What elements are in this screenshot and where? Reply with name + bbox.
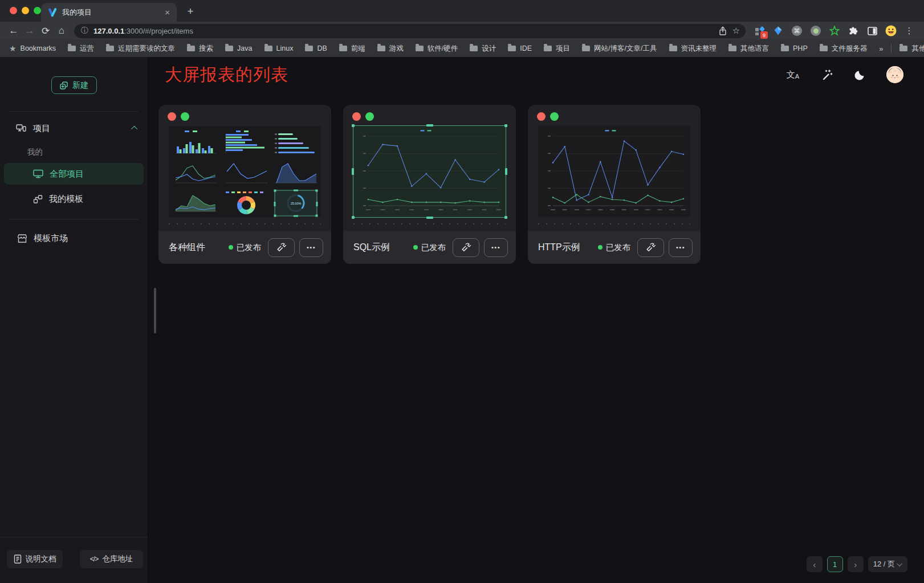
main-area: 大屏报表的列表 文A xyxy=(148,57,924,583)
bookmark-folder[interactable]: DB xyxy=(305,44,327,52)
bookmark-folder[interactable]: 设计 xyxy=(470,44,496,54)
extensions-puzzle-icon[interactable] xyxy=(848,25,859,36)
bookmark-folder[interactable]: 文件服务器 xyxy=(820,44,868,54)
tampermonkey-like-icon[interactable]: 9 xyxy=(754,25,765,36)
new-project-button[interactable]: 新建 xyxy=(51,76,97,94)
dark-mode-moon-icon[interactable] xyxy=(853,67,868,82)
profile-avatar-icon[interactable] xyxy=(885,25,897,36)
screens-icon xyxy=(16,124,26,133)
bookmark-folder[interactable]: 资讯未整理 xyxy=(669,44,717,54)
bookmark-folder[interactable]: 其他语言 xyxy=(728,44,769,54)
page-size-select[interactable]: 12 / 页 xyxy=(868,556,907,572)
minimize-window-button[interactable] xyxy=(22,7,29,14)
reload-icon[interactable]: ⟳ xyxy=(38,23,54,39)
more-actions-button[interactable]: ••• xyxy=(669,238,693,257)
folder-icon xyxy=(416,46,424,51)
card-footer: SQL示例 已发布 ••• xyxy=(343,231,516,264)
browser-tab[interactable]: 我的项目 × xyxy=(41,3,177,22)
bookmarks-label: Bookmarks xyxy=(21,44,56,52)
bookmark-folder[interactable]: Java xyxy=(225,44,252,52)
close-window-button[interactable] xyxy=(10,7,17,14)
status-dot xyxy=(229,245,233,250)
bookmark-folder[interactable]: IDE xyxy=(508,44,532,52)
share-icon[interactable] xyxy=(718,26,727,36)
folder-icon xyxy=(669,46,677,51)
new-tab-button[interactable]: + xyxy=(184,5,197,18)
edit-project-button[interactable] xyxy=(453,238,479,257)
sidebar-item-template-market[interactable]: 模板市场 xyxy=(4,227,144,249)
bookmark-folder[interactable]: 运营 xyxy=(68,44,94,54)
tab-close-icon[interactable]: × xyxy=(165,8,170,17)
project-name: HTTP示例 xyxy=(538,242,598,254)
home-icon[interactable]: ⌂ xyxy=(54,23,70,39)
command-extension-icon[interactable]: ⌘ xyxy=(791,25,803,36)
language-icon[interactable]: 文A xyxy=(785,67,800,82)
folder-icon xyxy=(728,46,736,51)
bookmark-star-icon[interactable]: ☆ xyxy=(732,26,740,36)
repo-button[interactable]: </> 仓库地址 xyxy=(80,550,143,568)
zoom-window-button[interactable] xyxy=(34,7,41,14)
bookmark-folder[interactable]: 软件/硬件 xyxy=(416,44,458,54)
bookmark-folder[interactable]: 游戏 xyxy=(377,44,404,54)
selection-handle xyxy=(352,168,354,175)
more-actions-button[interactable]: ••• xyxy=(299,238,323,257)
sidebar: 新建 项目 我的 全部项目 我的 xyxy=(0,57,148,583)
gem-extension-icon[interactable] xyxy=(772,25,784,36)
project-card[interactable]: HTTP示例 已发布 ••• xyxy=(528,105,701,264)
folder-icon xyxy=(305,46,313,51)
recorder-extension-icon[interactable] xyxy=(810,25,821,36)
bookmark-folder[interactable]: 项目 xyxy=(544,44,570,54)
sidebar-group-project[interactable]: 项目 xyxy=(0,112,148,145)
folder-icon xyxy=(582,46,590,51)
project-cards: 25.00% 各种组件 已发布 ••• xyxy=(148,92,924,264)
forward-icon[interactable]: → xyxy=(22,23,38,39)
folder-icon xyxy=(187,46,195,51)
tab-strip: 我的项目 × + xyxy=(0,0,924,22)
project-thumbnail xyxy=(538,126,690,217)
side-panel-icon[interactable] xyxy=(866,25,878,36)
extension-badge: 9 xyxy=(760,31,768,39)
divider xyxy=(0,537,148,537)
folder-icon xyxy=(377,46,385,51)
chevron-up-icon[interactable] xyxy=(131,126,137,132)
project-card[interactable]: SQL示例 已发布 ••• xyxy=(343,105,516,264)
site-info-icon[interactable]: ⓘ xyxy=(81,26,88,36)
bookmark-folder[interactable]: Linux xyxy=(264,44,294,52)
dashed-separator xyxy=(169,223,321,225)
address-bar[interactable]: ⓘ 127.0.0.1:3000/#/project/items ☆ xyxy=(74,24,746,38)
chevron-down-icon xyxy=(897,561,902,566)
other-bookmarks[interactable]: 其他书签 xyxy=(899,44,924,54)
project-card[interactable]: 25.00% 各种组件 已发布 ••• xyxy=(158,105,331,264)
divider xyxy=(891,44,892,53)
bookmarks-manager[interactable]: ★Bookmarks xyxy=(9,44,56,53)
current-page-button[interactable]: 1 xyxy=(827,556,843,572)
bookmark-folder[interactable]: 近期需要读的文章 xyxy=(106,44,175,54)
bookmark-folder[interactable]: 网站/博客/文章/工具 xyxy=(582,44,657,54)
bookmarks-bar: ★Bookmarks 运营 近期需要读的文章 搜索 Java Linux DB … xyxy=(0,40,924,57)
sidebar-item-my-templates[interactable]: 我的模板 xyxy=(4,188,144,210)
edit-project-button[interactable] xyxy=(268,238,295,257)
prev-page-button[interactable]: ‹ xyxy=(807,556,823,572)
green-star-extension-icon[interactable] xyxy=(829,25,840,36)
command-glyph: ⌘ xyxy=(794,27,800,35)
next-page-button[interactable]: › xyxy=(848,556,864,572)
scrollbar-thumb[interactable] xyxy=(154,288,156,333)
edit-project-button[interactable] xyxy=(637,238,664,257)
page-size-value: 12 / 页 xyxy=(873,559,895,569)
url-path: :3000/#/project/items xyxy=(124,27,193,35)
project-thumbnail: 25.00% xyxy=(169,126,321,217)
page-title: 大屏报表的列表 xyxy=(165,63,288,87)
sidebar-item-all-projects[interactable]: 全部项目 xyxy=(4,163,144,185)
docs-button[interactable]: 说明文档 xyxy=(7,550,63,568)
back-icon[interactable]: ← xyxy=(6,23,22,39)
bookmark-folder[interactable]: 前端 xyxy=(339,44,365,54)
card-footer: HTTP示例 已发布 ••• xyxy=(528,231,701,264)
user-avatar[interactable] xyxy=(886,66,903,83)
more-actions-button[interactable]: ••• xyxy=(484,238,508,257)
bookmark-folder[interactable]: PHP xyxy=(781,44,808,52)
browser-menu-icon[interactable]: ⋮ xyxy=(903,26,915,36)
bookmark-folder[interactable]: 搜索 xyxy=(187,44,213,54)
bookmarks-overflow-icon[interactable]: » xyxy=(879,44,883,53)
magic-wand-icon[interactable] xyxy=(819,67,834,82)
app-root: 新建 项目 我的 全部项目 我的 xyxy=(0,57,924,583)
